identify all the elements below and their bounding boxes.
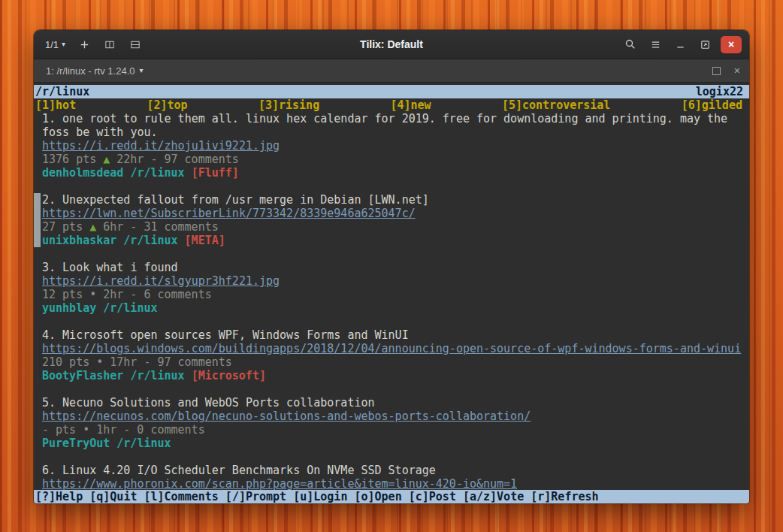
post-age-comments: 6hr - 31 comments [103,220,219,234]
post-title[interactable]: 2. Unexpected fallout from /usr merge in… [42,193,744,207]
post-byline: BootyFlasher/r/linux[Microsoft] [42,369,744,382]
close-icon: × [728,38,734,50]
terminal-tab-label: 1: /r/linux - rtv 1.24.0 [46,65,135,77]
post-url[interactable]: https://blogs.windows.com/buildingapps/2… [42,342,744,355]
terminal-tab[interactable]: 1: /r/linux - rtv 1.24.0 ▾ [41,64,148,78]
vote-marker-icon: ▲ [89,220,96,234]
post-age-comments: 17hr - 97 comments [110,355,232,369]
terminal-tabbar: 1: /r/linux - rtv 1.24.0 ▾ × [34,59,749,83]
post-byline: denholmsdead/r/linux[Fluff] [42,166,744,180]
maximize-button[interactable] [696,37,715,53]
minimize-button[interactable] [671,37,690,53]
split-right-button[interactable] [100,37,119,53]
post-url[interactable]: https://www.phoronix.com/scan.php?page=a… [42,477,744,491]
rtv-status-bar: [?]Help [q]Quit [l]Comments [/]Prompt [u… [34,490,749,503]
post-points: - pts [42,423,76,437]
listing-tabs: [1]hot[2]top[3]rising[4]new[5]controvers… [34,98,749,112]
post: 4. Microsoft open sources WPF, Windows F… [42,328,744,382]
terminal-tab-controls: × [711,64,742,77]
rtv-header-bar: /r/linux logix22 [34,85,749,98]
listing-tab[interactable]: [4]new [390,98,431,112]
vote-marker-icon: • [89,288,96,301]
post: 1. one root to rule them all. linux hex … [42,112,744,180]
titlebar-right-controls: × [621,36,742,53]
vote-marker-icon: • [83,423,89,437]
close-terminal-button[interactable]: × [733,64,742,77]
session-switcher[interactable]: 1/1 ▾ [41,37,69,53]
split-down-icon [129,39,141,50]
new-session-button[interactable] [75,37,94,53]
post-url[interactable]: https://lwn.net/SubscriberLink/773342/83… [42,207,744,220]
post-age-comments: 1hr - 0 comments [96,423,205,437]
split-down-button[interactable] [125,37,145,53]
post: 5. Necuno Solutions and WebOS Ports coll… [42,396,744,450]
post-title[interactable]: 6. Linux 4.20 I/O Scheduler Benchmarks O… [42,464,744,477]
vote-marker-icon: • [96,355,103,369]
current-subreddit: /r/linux [35,85,89,98]
listing-tab[interactable]: [6]gilded [682,98,742,112]
post-byline: yunhblay/r/linux [42,301,744,315]
maximize-terminal-icon [712,67,721,75]
post-subreddit[interactable]: /r/linux [130,166,184,180]
menu-button[interactable] [646,37,665,53]
post-url[interactable]: https://i.redd.it/zhoju1ivi9221.jpg [42,139,744,153]
post-url[interactable]: https://necunos.com/blog/necuno-solution… [42,410,744,423]
post-stats: 27 pts▲6hr - 31 comments [42,220,744,234]
post-points: 210 pts [42,355,89,369]
listing-tab[interactable]: [2]top [147,98,187,112]
close-button[interactable]: × [721,36,742,53]
post-byline: PureTryOut/r/linux [42,437,744,450]
tilix-window: 1/1 ▾ Ti [34,30,749,503]
post-age-comments: 22hr - 97 comments [116,153,239,166]
chevron-down-icon: ▾ [62,41,65,48]
plus-icon [79,39,90,50]
listing-tab[interactable]: [1]hot [35,98,76,112]
post-points: 1376 pts [42,153,96,166]
titlebar-left-controls: 1/1 ▾ [41,37,145,53]
post-flair: [META] [185,234,225,247]
maximize-icon [700,39,711,50]
post-title[interactable]: 4. Microsoft open sources WPF, Windows F… [42,328,744,342]
close-terminal-icon: × [734,65,740,76]
post-url[interactable]: https://i.redd.it/slgyupr3hf221.jpg [42,274,744,288]
split-right-icon [104,39,116,50]
post-stats: 12 pts•2hr - 6 comments [42,288,744,301]
session-indicator: 1/1 [45,39,59,50]
listing-tab[interactable]: [3]rising [258,98,319,112]
terminal[interactable]: /r/linux logix22 [1]hot[2]top[3]rising[4… [34,83,749,503]
post-list: 1. one root to rule them all. linux hex … [34,112,749,491]
hamburger-menu-icon [650,39,661,50]
post-points: 12 pts [42,288,83,301]
post-byline: unixbhaskar/r/linux[META] [42,234,744,247]
status-help-text: [?]Help [q]Quit [l]Comments [/]Prompt [u… [35,490,599,503]
listing-tab[interactable]: [5]controversial [502,98,611,112]
post-author[interactable]: BootyFlasher [42,369,123,382]
post-flair: [Microsoft] [192,369,266,382]
post-age-comments: 2hr - 6 comments [103,288,212,301]
post-author[interactable]: PureTryOut [42,437,110,450]
maximize-terminal-button[interactable] [711,65,722,77]
logged-in-user: logix22 [696,85,743,98]
titlebar[interactable]: 1/1 ▾ Ti [34,30,749,59]
minimize-icon [675,39,686,50]
post-author[interactable]: yunhblay [42,301,96,315]
post-title[interactable]: 3. Look what i found [42,261,744,274]
search-button[interactable] [621,36,640,53]
chevron-down-icon: ▾ [140,67,144,74]
post-flair: [Fluff] [192,166,239,180]
post-author[interactable]: unixbhaskar [42,234,116,247]
post-stats: - pts•1hr - 0 comments [42,423,744,437]
post-points: 27 pts [42,220,83,234]
window-title: Tilix: Default [360,38,423,50]
post-title[interactable]: 1. one root to rule them all. linux hex … [42,112,744,139]
post-subreddit[interactable]: /r/linux [116,437,171,450]
post-author[interactable]: denholmsdead [42,166,123,180]
post: 3. Look what i foundhttps://i.redd.it/sl… [42,261,744,315]
post-title[interactable]: 5. Necuno Solutions and WebOS Ports coll… [42,396,744,410]
post-subreddit[interactable]: /r/linux [103,301,157,315]
search-icon [624,38,636,50]
post-subreddit[interactable]: /r/linux [130,369,184,382]
post: 6. Linux 4.20 I/O Scheduler Benchmarks O… [42,464,744,491]
vote-marker-icon: ▲ [103,153,110,166]
post-subreddit[interactable]: /r/linux [123,234,177,247]
